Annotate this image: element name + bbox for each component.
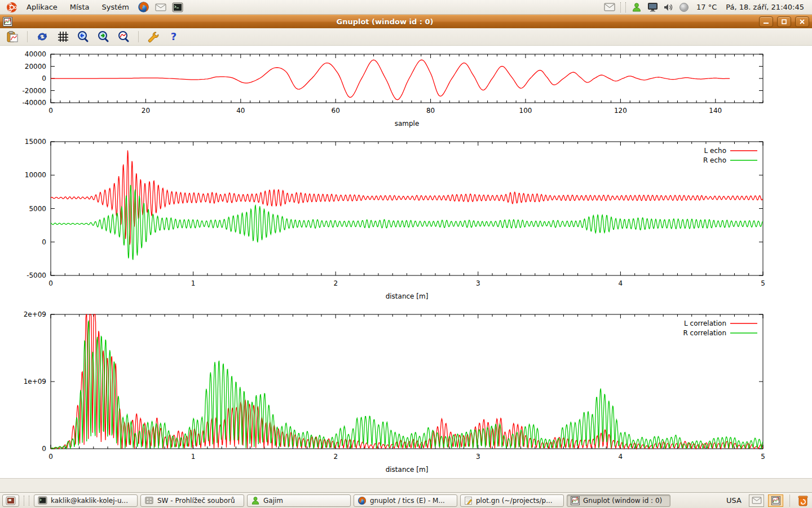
x-tick-label: 0 xyxy=(48,453,53,461)
toolbar-separator xyxy=(27,31,28,42)
y-tick-label: 0 xyxy=(42,445,46,453)
chart-2: 012345-5000050001000015000distance [m]L … xyxy=(25,138,765,300)
gnuplot-toolbar: ? xyxy=(0,28,812,46)
task-label: kaklik@kaklik-kolej-u... xyxy=(51,497,134,505)
help-icon[interactable]: ? xyxy=(167,30,180,43)
gajim-status-icon[interactable] xyxy=(631,2,642,13)
trash-icon[interactable] xyxy=(797,495,809,506)
x-tick-label: 5 xyxy=(761,279,765,287)
legend-label: L echo xyxy=(704,147,726,155)
bottom-panel: kaklik@kaklik-kolej-u... SW - Prohlížeč … xyxy=(0,492,812,508)
window-statusbar xyxy=(0,478,812,492)
toolbar-separator xyxy=(138,31,139,42)
y-tick-label: 15000 xyxy=(25,138,46,146)
autoscale-icon[interactable] xyxy=(117,30,130,43)
y-tick-label: 10000 xyxy=(25,171,46,179)
y-tick-label: 2e+09 xyxy=(24,310,46,318)
series-l-echo xyxy=(51,150,762,244)
top-panel: Aplikace Místa Systém xyxy=(0,0,812,15)
legend-label: L correlation xyxy=(684,319,726,327)
minimize-button[interactable] xyxy=(759,16,773,27)
task-button-gajim[interactable]: Gajim xyxy=(247,494,351,507)
terminal-icon[interactable] xyxy=(171,1,184,14)
grid-icon[interactable] xyxy=(56,30,69,43)
plot-canvas[interactable]: 020406080100120140-40000-200000200004000… xyxy=(0,46,812,478)
mail-tray-icon[interactable] xyxy=(604,2,615,13)
plot-frame xyxy=(51,142,763,275)
x-tick-label: 3 xyxy=(476,453,480,461)
panel-separator xyxy=(789,494,790,507)
legend-label: R correlation xyxy=(683,329,726,337)
x-axis-label: distance [m] xyxy=(386,466,429,474)
keyboard-layout-indicator[interactable]: USA xyxy=(726,496,742,505)
zoom-next-icon[interactable] xyxy=(96,30,110,43)
gnuplot-tray-icon[interactable] xyxy=(768,494,783,507)
y-tick-label: 5000 xyxy=(29,205,46,213)
x-tick-label: 120 xyxy=(614,107,627,115)
series-r-correlation xyxy=(51,321,763,449)
y-tick-label: 0 xyxy=(42,238,46,246)
task-label: Gnuplot (window id : 0) xyxy=(583,497,667,505)
x-tick-label: 0 xyxy=(48,279,53,287)
x-axis-label: distance [m] xyxy=(386,292,429,300)
monitor-icon[interactable] xyxy=(647,2,658,13)
y-tick-label: -20000 xyxy=(22,87,46,95)
task-label: plot.gn (~/projects/p... xyxy=(476,497,560,505)
y-tick-label: 1e+09 xyxy=(24,378,46,386)
x-tick-label: 3 xyxy=(476,279,480,287)
y-tick-label: 20000 xyxy=(25,63,46,71)
y-tick-label: 40000 xyxy=(25,50,46,58)
chart-1: 020406080100120140-40000-200000200004000… xyxy=(22,50,763,128)
chart-3: 01234501e+092e+09distance [m]L correlati… xyxy=(24,310,765,474)
close-button[interactable] xyxy=(795,16,809,27)
y-tick-label: -40000 xyxy=(22,99,46,107)
plot-frame xyxy=(51,314,763,449)
configure-icon[interactable] xyxy=(147,30,160,43)
task-button-file-manager[interactable]: SW - Prohlížeč souborů xyxy=(140,494,244,507)
show-desktop-button[interactable] xyxy=(2,494,19,507)
gnuplot-window-icon xyxy=(3,17,12,27)
task-button-firefox[interactable]: gnuplot / tics (E) - M... xyxy=(354,494,457,507)
x-tick-label: 20 xyxy=(142,107,150,115)
window-title: Gnuplot (window id : 0) xyxy=(15,17,755,26)
maximize-button[interactable] xyxy=(777,16,791,27)
copy-plot-icon[interactable] xyxy=(6,30,19,43)
task-button-terminal[interactable]: kaklik@kaklik-kolej-u... xyxy=(34,494,138,507)
menu-places[interactable]: Místa xyxy=(65,1,95,13)
charts-svg[interactable]: 020406080100120140-40000-200000200004000… xyxy=(0,46,812,478)
svg-text:?: ? xyxy=(171,30,176,42)
zoom-previous-icon[interactable] xyxy=(76,30,90,43)
window-titlebar[interactable]: Gnuplot (window id : 0) xyxy=(0,15,812,28)
x-tick-label: 2 xyxy=(333,279,338,287)
x-tick-label: 1 xyxy=(191,453,196,461)
replot-icon[interactable] xyxy=(36,30,49,43)
x-tick-label: 40 xyxy=(236,107,245,115)
menu-applications[interactable]: Aplikace xyxy=(21,1,63,13)
x-tick-label: 140 xyxy=(709,107,722,115)
mail-tray-icon[interactable] xyxy=(749,494,764,507)
y-tick-label: -5000 xyxy=(27,271,46,279)
task-button-text-editor[interactable]: plot.gn (~/projects/p... xyxy=(460,494,564,507)
weather-icon[interactable] xyxy=(678,2,690,13)
y-tick-label: 0 xyxy=(42,75,46,82)
x-tick-label: 4 xyxy=(619,453,623,461)
x-tick-label: 5 xyxy=(761,453,765,461)
x-tick-label: 4 xyxy=(619,279,623,287)
series-chirp-signal xyxy=(51,60,730,100)
legend-label: R echo xyxy=(703,156,726,164)
firefox-icon[interactable] xyxy=(138,1,150,14)
ubuntu-logo-icon[interactable] xyxy=(6,1,18,14)
temperature-label[interactable]: 17 °C xyxy=(696,3,717,11)
taskbar-handle[interactable] xyxy=(24,496,29,506)
task-label: gnuplot / tics (E) - M... xyxy=(370,497,453,505)
menu-system[interactable]: Systém xyxy=(96,1,134,13)
x-tick-label: 60 xyxy=(332,107,340,115)
clock-label[interactable]: Pá, 18. září, 21:40:45 xyxy=(726,3,804,11)
plot-frame xyxy=(51,54,763,103)
task-button-gnuplot[interactable]: Gnuplot (window id : 0) xyxy=(567,494,670,507)
tray-handle[interactable] xyxy=(620,2,626,12)
mail-icon[interactable] xyxy=(155,1,167,14)
x-tick-label: 100 xyxy=(519,107,532,115)
task-label: SW - Prohlížeč souborů xyxy=(157,497,240,505)
speaker-icon[interactable] xyxy=(663,2,674,13)
